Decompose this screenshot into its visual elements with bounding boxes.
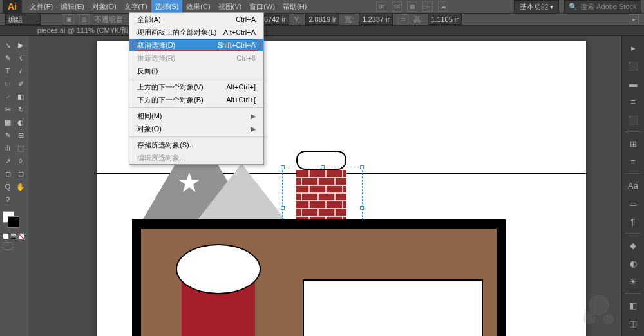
- top-icon-4[interactable]: ↔: [422, 1, 433, 12]
- top-icon-2[interactable]: St: [392, 1, 402, 12]
- tool-12[interactable]: ▦: [1, 116, 14, 129]
- link-wh-icon[interactable]: ⊃: [398, 14, 408, 24]
- menu-6[interactable]: 视图(V): [214, 0, 246, 13]
- tool-23[interactable]: ✋: [14, 180, 27, 193]
- tool-21[interactable]: ⊡: [14, 167, 27, 180]
- menu-item-shortcut: ▶: [251, 112, 256, 120]
- tool-2[interactable]: ✎: [1, 51, 14, 64]
- tool-1[interactable]: ▶: [14, 39, 27, 51]
- tool-0[interactable]: ↘: [1, 39, 14, 51]
- handle-tr[interactable]: [360, 165, 364, 169]
- panel-icon-9[interactable]: Aa: [625, 178, 641, 193]
- menu-item-shortcut: Alt+Ctrl+]: [226, 83, 256, 91]
- tool-13[interactable]: ◐: [14, 116, 27, 129]
- door-arch[interactable]: [176, 244, 261, 294]
- stock-search[interactable]: 🔍 搜索 Adobe Stock: [564, 0, 641, 14]
- tool-7[interactable]: ✐: [14, 77, 27, 90]
- window-rect[interactable]: [303, 279, 483, 336]
- menu-item-0[interactable]: 全部(A)Ctrl+A: [129, 13, 263, 26]
- menu-item-7[interactable]: 下方的下一个对象(B)Alt+Ctrl+[: [129, 93, 263, 106]
- menu-item-label: 下方的下一个对象(B): [137, 95, 204, 105]
- panel-icon-10[interactable]: ▭: [625, 196, 641, 211]
- menu-4[interactable]: 选择(S): [151, 0, 183, 13]
- top-icon-1[interactable]: Br: [376, 1, 386, 12]
- screen-mode-row: [1, 242, 13, 250]
- handle-tm[interactable]: [321, 165, 325, 169]
- menu-item-4[interactable]: 反向(I): [129, 64, 263, 77]
- tool-5[interactable]: /: [14, 64, 27, 77]
- menu-item-12[interactable]: 存储所选对象(S)...: [129, 138, 263, 151]
- w-input[interactable]: 1.2337 ir: [359, 14, 393, 25]
- stroke-swatch[interactable]: [8, 216, 19, 228]
- top-icon-5[interactable]: ☁: [438, 1, 448, 12]
- mode-none[interactable]: [18, 233, 24, 239]
- tool-4[interactable]: T: [1, 64, 14, 77]
- panel-icon-19[interactable]: ⊞: [625, 333, 641, 336]
- panel-separator: [625, 293, 641, 294]
- tool-10[interactable]: ✂: [1, 103, 14, 116]
- panel-icon-1[interactable]: ⬛: [625, 58, 641, 73]
- menu-item-shortcut: Alt+Ctrl+A: [223, 28, 256, 36]
- top-icon-3[interactable]: ▦: [407, 1, 417, 12]
- tool-19[interactable]: ◊: [14, 154, 27, 167]
- menu-2[interactable]: 对象(O): [88, 0, 120, 13]
- document-tab-bar: pieces.ai @ 111% (CMYK/预览): [0, 26, 644, 36]
- panel-icon-4[interactable]: ⬛: [625, 112, 641, 127]
- tool-3[interactable]: ⤹: [14, 51, 27, 64]
- handle-ml[interactable]: [281, 206, 285, 210]
- menu-item-10[interactable]: 对象(O)▶: [129, 122, 263, 135]
- mode-gradient[interactable]: [10, 233, 17, 239]
- menu-5[interactable]: 效果(C): [182, 0, 214, 13]
- panel-icon-13[interactable]: ◆: [625, 238, 641, 253]
- tool-20[interactable]: ⊡: [1, 167, 14, 180]
- menu-0[interactable]: 文件(F): [26, 0, 57, 13]
- tool-9[interactable]: ◧: [14, 90, 27, 103]
- panel-icon-6[interactable]: ⊞: [625, 136, 641, 151]
- panel-icon-7[interactable]: ≡: [625, 154, 641, 169]
- menu-7[interactable]: 窗口(W): [245, 0, 279, 13]
- mountain-front[interactable]: [196, 163, 287, 221]
- menu-item-2[interactable]: 取消选择(D)Shift+Ctrl+A: [129, 39, 263, 51]
- menu-item-6[interactable]: 上方的下一个对象(V)Alt+Ctrl+]: [129, 80, 263, 93]
- screen-mode[interactable]: [3, 242, 13, 250]
- panel-icon-14[interactable]: ◐: [625, 256, 641, 271]
- tool-24[interactable]: ?: [1, 193, 14, 206]
- handle-mr[interactable]: [360, 206, 364, 210]
- more-icon[interactable]: ▸: [629, 14, 639, 24]
- panel-icon-0[interactable]: ▸: [625, 40, 641, 55]
- menu-item-shortcut: ▶: [251, 125, 256, 133]
- menu-1[interactable]: 编辑(E): [57, 0, 88, 13]
- menu-item-label: 编辑所选对象...: [137, 153, 185, 163]
- tool-6[interactable]: □: [1, 77, 14, 90]
- panel-icon-15[interactable]: ☀: [625, 274, 641, 289]
- menu-3[interactable]: 文字(T): [120, 0, 151, 13]
- color-swatches[interactable]: [1, 211, 26, 230]
- tool-17[interactable]: ⬚: [14, 142, 27, 154]
- workspace-switcher[interactable]: 基本功能 ▾: [514, 0, 559, 14]
- handle-tl[interactable]: [281, 165, 285, 169]
- document-tab[interactable]: pieces.ai @ 111% (CMYK/预览): [32, 26, 143, 35]
- tool-15[interactable]: ⊞: [14, 129, 27, 142]
- tool-14[interactable]: ✎: [1, 129, 14, 142]
- tool-18[interactable]: ↗: [1, 154, 14, 167]
- transform-icon[interactable]: ◎: [79, 14, 90, 24]
- panel-icon-18[interactable]: ◫: [625, 315, 641, 331]
- right-panel: ▸⬛▬≡⬛⊞≡Aa▭¶◆◐☀◧◫⊞⊡⬚⊡: [621, 36, 644, 336]
- canvas-area[interactable]: ★: [29, 36, 621, 336]
- menu-bar: Ai 文件(F)编辑(E)对象(O)文字(T)选择(S)效果(C)视图(V)窗口…: [0, 0, 644, 13]
- menu-8[interactable]: 帮助(H): [279, 0, 310, 13]
- tool-22[interactable]: Q: [1, 180, 14, 193]
- tool-11[interactable]: ↻: [14, 103, 27, 116]
- menu-item-9[interactable]: 相同(M)▶: [129, 109, 263, 122]
- panel-icon-3[interactable]: ≡: [625, 94, 641, 109]
- panel-icon-11[interactable]: ¶: [625, 214, 641, 229]
- mode-normal[interactable]: [3, 233, 9, 239]
- y-input[interactable]: 2.8819 ir: [305, 14, 339, 25]
- tool-8[interactable]: ⟋: [1, 90, 14, 103]
- panel-icon-2[interactable]: ▬: [625, 76, 641, 91]
- panel-icon-17[interactable]: ◧: [625, 297, 641, 313]
- align-icon[interactable]: ▣: [64, 14, 74, 24]
- menu-item-1[interactable]: 现用画板上的全部对象(L)Alt+Ctrl+A: [129, 26, 263, 39]
- h-input[interactable]: 1.1105 ir: [428, 14, 462, 25]
- tool-16[interactable]: ılı: [1, 142, 14, 154]
